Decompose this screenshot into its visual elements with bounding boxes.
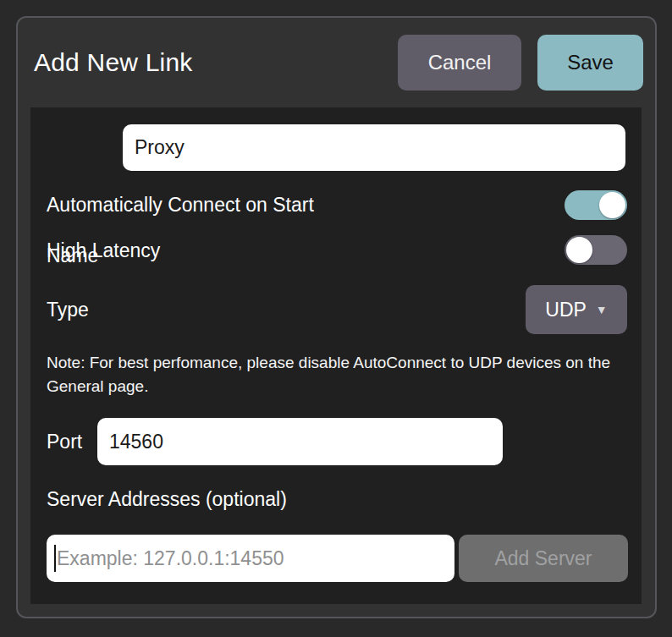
cancel-button[interactable]: Cancel (398, 35, 521, 91)
text-cursor (54, 545, 56, 572)
server-addresses-label: Server Addresses (optional) (47, 488, 287, 511)
add-link-dialog: Add New Link Cancel Save Name Automatica… (16, 16, 657, 618)
type-label: Type (47, 299, 89, 321)
form-panel: Name Automatically Connect on Start High… (30, 107, 642, 604)
high-latency-label: High Latency (47, 239, 160, 262)
toggle-knob (599, 192, 625, 218)
server-address-input-wrap (47, 535, 454, 582)
high-latency-toggle[interactable] (565, 235, 627, 265)
udp-performance-note: Note: For best perfomance, please disabl… (47, 351, 619, 398)
dialog-header: Add New Link Cancel Save (34, 35, 643, 91)
dialog-actions: Cancel Save (398, 35, 643, 91)
dialog-title: Add New Link (34, 48, 193, 77)
page-background: { "dialog": { "title": "Add New Link", "… (0, 0, 672, 637)
autoconnect-toggle[interactable] (565, 190, 627, 220)
server-address-input[interactable] (47, 535, 454, 582)
name-input[interactable] (123, 124, 625, 171)
port-input[interactable] (97, 418, 503, 465)
toggle-knob (566, 237, 592, 263)
chevron-down-icon: ▼ (596, 304, 608, 316)
port-label: Port (47, 431, 82, 453)
type-dropdown[interactable]: UDP ▼ (526, 285, 627, 334)
type-dropdown-value: UDP (545, 299, 587, 321)
save-button[interactable]: Save (537, 35, 643, 91)
add-server-button[interactable]: Add Server (459, 535, 628, 582)
autoconnect-label: Automatically Connect on Start (47, 194, 314, 217)
